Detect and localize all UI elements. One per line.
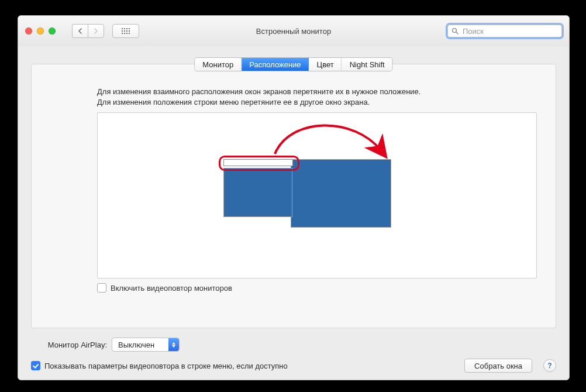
- menubar-handle[interactable]: [223, 159, 293, 166]
- tab-color[interactable]: Цвет: [309, 58, 342, 71]
- search-icon: [451, 27, 459, 35]
- footer: Монитор AirPlay: Выключен Показывать пар…: [31, 332, 556, 373]
- tab-night-shift[interactable]: Night Shift: [342, 58, 392, 71]
- instructions: Для изменения взаимного расположения око…: [97, 87, 537, 107]
- mirror-displays-row: Включить видеоповтор мониторов: [97, 283, 232, 293]
- chevron-right-icon: [94, 27, 98, 36]
- airplay-row: Монитор AirPlay: Выключен: [31, 338, 556, 352]
- zoom-button[interactable]: [49, 27, 56, 35]
- search-field[interactable]: [447, 25, 562, 37]
- search-input[interactable]: [461, 26, 558, 36]
- tab-arrangement[interactable]: Расположение: [242, 58, 309, 71]
- show-mirror-options-checkbox[interactable]: [31, 361, 40, 370]
- annotation-arrow-icon: [266, 114, 392, 162]
- builtin-display[interactable]: [223, 168, 292, 217]
- toolbar: Встроенный монитор: [18, 16, 569, 47]
- airplay-value: Выключен: [118, 341, 154, 349]
- minimize-button[interactable]: [37, 27, 44, 35]
- instructions-line-2: Для изменения положения строки меню пере…: [97, 97, 537, 108]
- nav-buttons: [72, 24, 104, 38]
- help-icon: ?: [547, 362, 551, 370]
- arrangement-panel: Монитор Расположение Цвет Night Shift Дл…: [31, 64, 556, 328]
- show-mirror-row: Показывать параметры видеоповтора в стро…: [31, 359, 556, 373]
- popup-stepper-icon: [168, 338, 179, 351]
- airplay-label: Монитор AirPlay:: [31, 341, 112, 349]
- gather-windows-button[interactable]: Собрать окна: [464, 359, 532, 373]
- instructions-line-1: Для изменения взаимного расположения око…: [97, 87, 537, 97]
- svg-line-1: [456, 32, 458, 34]
- mirror-displays-checkbox[interactable]: [97, 283, 106, 293]
- arrangement-area[interactable]: [97, 112, 537, 278]
- gather-windows-label: Собрать окна: [474, 362, 522, 370]
- tab-label: Расположение: [249, 60, 301, 69]
- show-all-prefs-button[interactable]: [112, 24, 139, 38]
- back-button[interactable]: [72, 24, 88, 38]
- window-traffic-lights: [25, 27, 56, 35]
- help-button[interactable]: ?: [543, 359, 556, 372]
- tab-bar: Монитор Расположение Цвет Night Shift: [194, 57, 392, 71]
- prefs-window: Встроенный монитор Монитор Расположение …: [18, 15, 570, 380]
- tab-monitor[interactable]: Монитор: [195, 58, 242, 71]
- window-body: Монитор Расположение Цвет Night Shift Дл…: [18, 46, 569, 380]
- tab-label: Монитор: [202, 60, 233, 69]
- tab-label: Night Shift: [350, 60, 385, 69]
- tab-label: Цвет: [317, 60, 334, 69]
- external-display[interactable]: [291, 159, 391, 228]
- forward-button[interactable]: [88, 24, 104, 38]
- chevron-left-icon: [78, 27, 82, 36]
- airplay-popup[interactable]: Выключен: [112, 338, 180, 352]
- mirror-displays-label: Включить видеоповтор мониторов: [111, 284, 232, 293]
- grid-icon: [121, 27, 130, 35]
- show-mirror-options-label: Показывать параметры видеоповтора в стро…: [44, 362, 288, 370]
- close-button[interactable]: [25, 27, 32, 35]
